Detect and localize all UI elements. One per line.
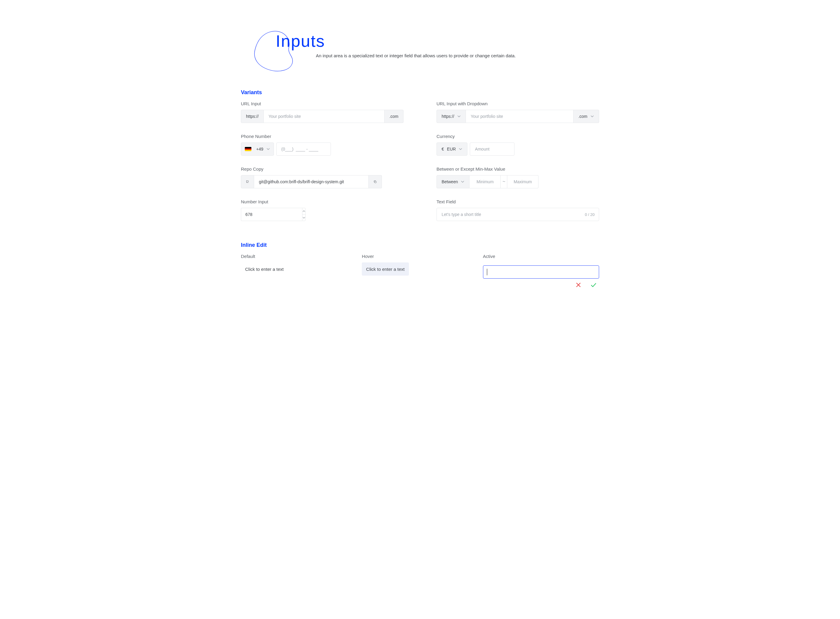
inline-state-default: Default Click to enter a text (241, 254, 357, 288)
url-prefix-dropdown[interactable]: https:// (437, 110, 466, 123)
check-icon (590, 282, 597, 288)
github-addon (241, 175, 254, 188)
field-label: URL Input (241, 101, 403, 106)
field-label: Between or Except Min-Max Value (437, 166, 599, 172)
currency-select[interactable]: € EUR (437, 142, 467, 155)
currency-symbol: € (442, 147, 444, 151)
page-title: Inputs (276, 31, 599, 51)
inline-edit-placeholder: Click to enter a text (366, 267, 404, 272)
max-input[interactable] (507, 175, 538, 188)
char-count: 0 / 20 (585, 212, 594, 217)
text-input-wrap: 0 / 20 (437, 208, 599, 221)
minmax-mode-text: Between (442, 179, 458, 184)
phone-input[interactable] (277, 143, 331, 155)
field-label: Number Input (241, 199, 403, 204)
repo-input[interactable] (254, 175, 368, 188)
state-label: Hover (362, 254, 478, 259)
field-label: Currency (437, 134, 599, 139)
url-suffix-addon: .com (385, 110, 403, 123)
state-label: Default (241, 254, 357, 259)
min-input-wrap (470, 175, 501, 188)
state-label: Active (483, 254, 599, 259)
currency-input[interactable] (470, 143, 514, 155)
url-prefix-addon: https:// (241, 110, 264, 123)
text-input[interactable] (437, 208, 599, 221)
field-label: URL Input with Dropdown (437, 101, 599, 106)
step-up-button[interactable] (302, 208, 305, 214)
url-input-wrap (466, 110, 573, 123)
repo-input-wrap (254, 175, 369, 188)
chevron-down-icon (457, 115, 461, 118)
url-input[interactable] (264, 110, 384, 123)
url-prefix-text: https:// (442, 114, 454, 119)
url-input[interactable] (466, 110, 573, 123)
confirm-button[interactable] (590, 282, 597, 288)
flag-de-icon (245, 147, 252, 151)
inline-edit-placeholder: Click to enter a text (245, 267, 283, 272)
chevron-down-icon (459, 147, 462, 151)
minmax-mode-select[interactable]: Between (437, 175, 470, 188)
close-icon (575, 282, 581, 288)
inline-state-hover: Hover Click to enter a text (362, 254, 478, 288)
phone-country-select[interactable]: +49 (241, 142, 274, 155)
section-heading-inline-edit: Inline Edit (241, 242, 599, 248)
svg-rect-0 (375, 181, 376, 183)
number-steppers (302, 208, 306, 221)
cancel-button[interactable] (575, 282, 582, 288)
text-caret (487, 269, 487, 275)
phone-country-code: +49 (256, 147, 264, 151)
number-input[interactable] (241, 208, 302, 221)
field-phone: Phone Number +49 (241, 134, 403, 155)
currency-input-wrap (470, 142, 515, 155)
inline-edit-actions (483, 282, 599, 288)
page-header: Inputs An input area is a specialized te… (241, 14, 599, 76)
field-number: Number Input (241, 199, 403, 221)
inline-edit-default[interactable]: Click to enter a text (241, 262, 288, 276)
chevron-up-icon (302, 209, 305, 212)
field-label: Repo Copy (241, 166, 403, 172)
field-currency: Currency € EUR (437, 134, 599, 155)
url-input-wrap (264, 110, 385, 123)
field-repo-copy: Repo Copy (241, 166, 403, 188)
github-icon (246, 179, 249, 184)
url-suffix-dropdown[interactable]: .com (573, 110, 599, 123)
copy-button[interactable] (369, 175, 382, 188)
currency-code: EUR (447, 147, 456, 151)
copy-icon (373, 179, 377, 184)
field-text: Text Field 0 / 20 (437, 199, 599, 221)
chevron-down-icon (461, 180, 464, 184)
field-label: Text Field (437, 199, 599, 204)
phone-input-wrap (276, 142, 331, 155)
chevron-down-icon (590, 115, 594, 118)
chevron-down-icon (302, 216, 305, 219)
minmax-separator: ~ (501, 175, 507, 188)
section-heading-variants: Variants (241, 90, 599, 96)
field-url-dropdown: URL Input with Dropdown https:// .com (437, 101, 599, 123)
page-subtitle: An input area is a specialized text or i… (316, 53, 599, 58)
field-label: Phone Number (241, 134, 403, 139)
min-input[interactable] (470, 175, 500, 188)
field-url-input: URL Input https:// .com (241, 101, 403, 123)
inline-state-active: Active (483, 254, 599, 288)
chevron-down-icon (267, 147, 270, 151)
inline-edit-active[interactable] (483, 265, 599, 279)
step-down-button[interactable] (302, 214, 305, 221)
inline-edit-hover[interactable]: Click to enter a text (362, 262, 409, 276)
max-input-wrap (507, 175, 539, 188)
field-minmax: Between or Except Min-Max Value Between … (437, 166, 599, 188)
url-suffix-text: .com (578, 114, 587, 119)
